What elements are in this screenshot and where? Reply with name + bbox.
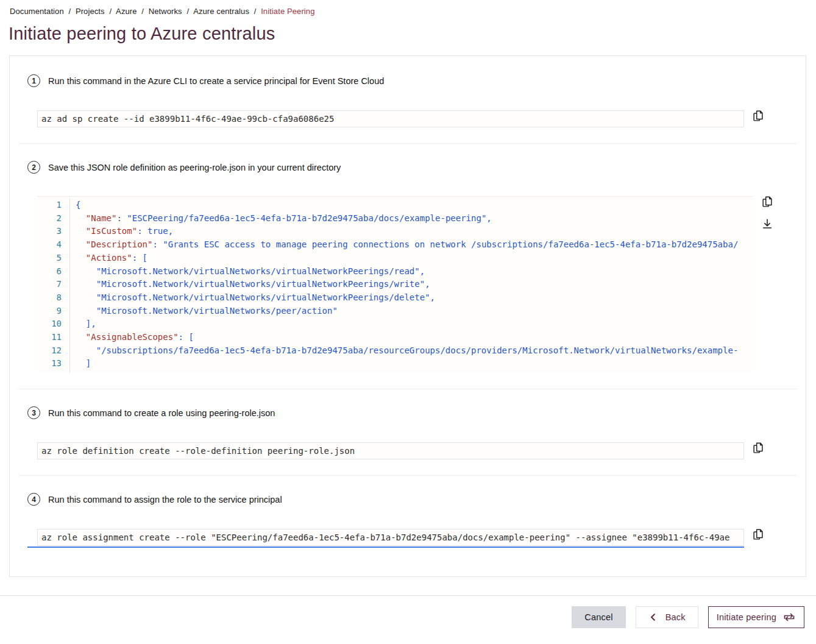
breadcrumb-item-azure[interactable]: Azure <box>116 7 137 16</box>
breadcrumb-separator: / <box>68 7 71 16</box>
json-code-line: 8 "Microsoft.Network/virtualNetworks/vir… <box>37 291 753 305</box>
step-3-command-row <box>37 442 788 459</box>
code-content: } <box>70 370 80 373</box>
step-2-json-row: 1{2 "Name": "ESCPeering/fa7eed6a-1ec5-4e… <box>37 196 788 373</box>
initiate-peering-label: Initiate peering <box>717 612 776 622</box>
step-1-number-badge: 1 <box>27 74 40 87</box>
json-code-line: 3 "IsCustom": true, <box>37 225 753 238</box>
cancel-button[interactable]: Cancel <box>572 606 625 628</box>
line-number: 11 <box>37 331 70 344</box>
step-4-command-row <box>37 529 788 546</box>
breadcrumb: Documentation / Projects / Azure / Netwo… <box>0 0 816 16</box>
step-1-command-row <box>37 110 788 127</box>
line-number: 3 <box>37 225 70 238</box>
line-number: 9 <box>37 305 70 318</box>
step-1-instruction: Run this command in the Azure CLI to cre… <box>48 76 384 86</box>
json-code-line: 4 "Description": "Grants ESC access to m… <box>37 238 753 252</box>
code-content: "Name": "ESCPeering/fa7eed6a-1ec5-4efa-b… <box>70 212 492 225</box>
step-divider <box>19 475 796 476</box>
code-content: "Actions": [ <box>70 252 147 265</box>
step-divider <box>19 143 796 144</box>
json-code-line: 9 "Microsoft.Network/virtualNetworks/pee… <box>37 305 753 318</box>
copy-icon <box>751 528 765 543</box>
json-code-line: 5 "Actions": [ <box>37 252 753 265</box>
breadcrumb-item-azure-centralus[interactable]: Azure centralus <box>193 7 249 16</box>
json-code-line: 12 "/subscriptions/fa7eed6a-1ec5-4efa-b7… <box>37 344 753 358</box>
step-1-command-input[interactable] <box>37 110 744 127</box>
json-code-line: 1{ <box>37 199 753 212</box>
step-3-instruction: Run this command to create a role using … <box>48 408 275 418</box>
code-content: "/subscriptions/fa7eed6a-1ec5-4efa-b71a-… <box>70 344 738 358</box>
step-1-copy-button[interactable] <box>751 110 765 124</box>
step-4-command-input[interactable] <box>37 529 744 546</box>
code-content: ] <box>70 357 91 370</box>
back-button-label: Back <box>665 612 686 622</box>
footer-actions: Cancel Back Initiate peering <box>0 596 816 628</box>
json-code-line: 13 ] <box>37 357 753 370</box>
json-download-button[interactable] <box>760 218 774 232</box>
code-content: "Microsoft.Network/virtualNetworks/peer/… <box>70 305 338 318</box>
code-content: ], <box>70 317 96 331</box>
breadcrumb-item-networks[interactable]: Networks <box>149 7 182 16</box>
breadcrumb-current-initiate-peering: Initiate Peering <box>261 7 314 16</box>
step-divider <box>19 389 796 389</box>
json-code-line: 6 "Microsoft.Network/virtualNetworks/vir… <box>37 265 753 278</box>
step-4-header: 4 Run this command to assign the role to… <box>27 493 788 506</box>
chevron-left-icon <box>648 612 658 622</box>
step-4-instruction: Run this command to assign the role to t… <box>48 495 282 504</box>
swap-arrows-icon <box>782 611 796 623</box>
line-number: 6 <box>37 265 70 278</box>
step-3-command-input[interactable] <box>37 442 744 459</box>
line-number: 10 <box>37 317 70 331</box>
download-icon <box>761 218 774 233</box>
code-content: "Microsoft.Network/virtualNetworks/virtu… <box>70 265 425 278</box>
page-title: Initiate peering to Azure centralus <box>9 24 816 44</box>
code-content: "AssignableScopes": [ <box>70 331 194 344</box>
code-content: { <box>70 199 80 212</box>
step-3-header: 3 Run this command to create a role usin… <box>27 406 788 419</box>
code-content: "Microsoft.Network/virtualNetworks/virtu… <box>70 278 430 291</box>
code-content: "Microsoft.Network/virtualNetworks/virtu… <box>70 291 435 305</box>
line-number: 1 <box>37 199 70 212</box>
json-code-line: 14} <box>37 370 753 373</box>
breadcrumb-separator: / <box>141 7 144 16</box>
line-number: 12 <box>37 344 70 358</box>
copy-icon <box>751 110 765 125</box>
json-code-line: 11 "AssignableScopes": [ <box>37 331 753 344</box>
copy-icon <box>761 196 774 211</box>
breadcrumb-separator: / <box>254 7 257 16</box>
json-copy-button[interactable] <box>760 196 774 210</box>
line-number: 2 <box>37 212 70 225</box>
step-3-copy-button[interactable] <box>751 442 765 456</box>
step-1-header: 1 Run this command in the Azure CLI to c… <box>27 74 788 87</box>
code-content: "Description": "Grants ESC access to man… <box>70 238 738 252</box>
json-code-line: 10 ], <box>37 317 753 331</box>
step-4-copy-button[interactable] <box>751 529 765 543</box>
line-number: 13 <box>37 357 70 370</box>
breadcrumb-item-documentation[interactable]: Documentation <box>10 7 64 16</box>
initiate-peering-button[interactable]: Initiate peering <box>708 606 804 628</box>
horizontal-scrollbar[interactable] <box>27 547 744 548</box>
step-2-instruction: Save this JSON role definition as peerin… <box>48 163 341 172</box>
line-number: 4 <box>37 238 70 252</box>
json-code-block[interactable]: 1{2 "Name": "ESCPeering/fa7eed6a-1ec5-4e… <box>37 196 753 373</box>
line-number: 8 <box>37 291 70 305</box>
breadcrumb-separator: / <box>186 7 189 16</box>
json-code-line: 7 "Microsoft.Network/virtualNetworks/vir… <box>37 278 753 291</box>
breadcrumb-separator: / <box>109 7 112 16</box>
breadcrumb-item-projects[interactable]: Projects <box>76 7 105 16</box>
line-number: 5 <box>37 252 70 265</box>
step-3-number-badge: 3 <box>27 406 40 419</box>
copy-icon <box>751 442 765 457</box>
step-2-number-badge: 2 <box>27 161 40 174</box>
line-number: 7 <box>37 278 70 291</box>
code-content: "IsCustom": true, <box>70 225 173 238</box>
peering-steps-card: 1 Run this command in the Azure CLI to c… <box>9 55 806 577</box>
step-2-header: 2 Save this JSON role definition as peer… <box>27 161 788 174</box>
back-button[interactable]: Back <box>636 606 698 628</box>
line-number: 14 <box>37 370 70 373</box>
json-code-line: 2 "Name": "ESCPeering/fa7eed6a-1ec5-4efa… <box>37 212 753 225</box>
step-4-number-badge: 4 <box>27 493 40 506</box>
